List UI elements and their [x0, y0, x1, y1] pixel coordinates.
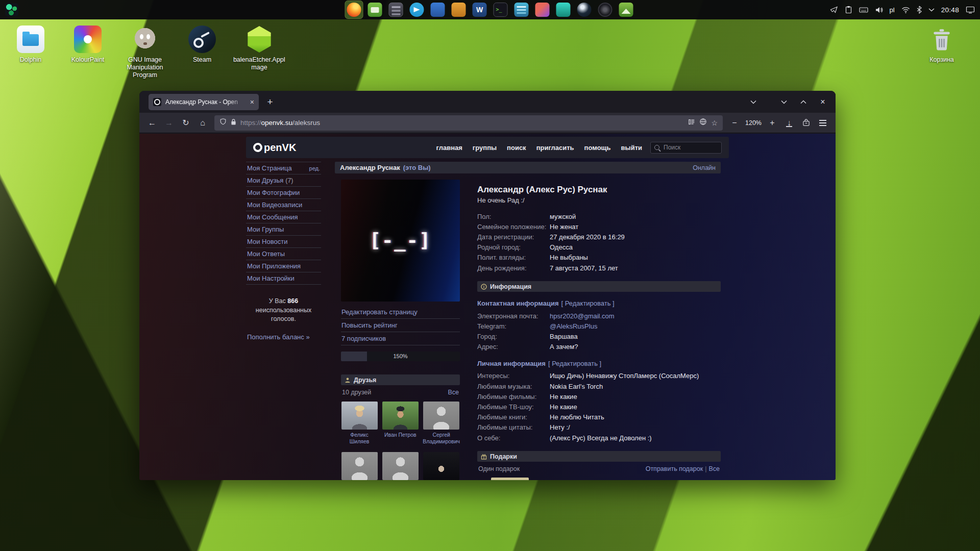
friend-card[interactable]: Иван Петров	[382, 402, 419, 445]
friend-name[interactable]: Иван Петров	[384, 432, 416, 438]
new-tab-button[interactable]: +	[263, 95, 277, 109]
gift-image[interactable]	[491, 478, 529, 480]
launcher[interactable]	[366, 1, 384, 18]
reader-mode-icon[interactable]	[688, 118, 695, 128]
sidebar-item[interactable]: Мои Ответы	[246, 248, 321, 260]
clipboard-icon[interactable]	[845, 6, 852, 14]
launcher[interactable]	[471, 1, 488, 18]
network-icon[interactable]	[901, 7, 910, 13]
maximize-icon[interactable]	[799, 97, 808, 107]
friend-card[interactable]	[341, 452, 378, 480]
launcher[interactable]	[534, 1, 551, 18]
bluetooth-icon[interactable]	[917, 6, 922, 14]
lock-icon[interactable]	[231, 118, 236, 128]
friends-all-link[interactable]: Все	[448, 389, 459, 396]
friend-card[interactable]: Сергей Владимирович	[423, 402, 460, 445]
launcher[interactable]	[513, 1, 530, 18]
desktop-icon[interactable]: Dolphin	[2, 26, 59, 79]
friend-avatar[interactable]	[423, 452, 459, 480]
launcher[interactable]	[408, 1, 426, 18]
volume-icon[interactable]	[875, 6, 883, 14]
launcher[interactable]	[346, 1, 363, 18]
send-gift-link[interactable]: Отправить подарок	[646, 465, 703, 472]
launcher[interactable]	[450, 1, 468, 18]
clock[interactable]: 20:48	[941, 6, 959, 14]
openvk-logo[interactable]: penVK	[253, 142, 296, 154]
tab-list-icon[interactable]	[747, 95, 760, 109]
its-you-link[interactable]: (это Вы)	[403, 164, 431, 171]
field-value[interactable]: @AleksRusPlus	[550, 322, 597, 330]
profile-action-link[interactable]: Редактировать страницу	[341, 306, 460, 319]
friend-card[interactable]	[382, 452, 419, 480]
search-input[interactable]	[663, 143, 718, 152]
desktop-icon[interactable]: balenaEtcher.AppImage	[231, 26, 288, 79]
nav-link[interactable]: группы	[473, 144, 497, 152]
trash-icon[interactable]: Корзина	[913, 26, 970, 64]
friend-card[interactable]	[423, 452, 460, 480]
minimize-icon[interactable]	[779, 97, 789, 107]
sidebar-item[interactable]: Мои Друзья (7)	[246, 174, 321, 187]
browser-tab[interactable]: Александр Руснак - Open ×	[149, 94, 259, 110]
friend-avatar[interactable]	[341, 452, 378, 480]
launcher[interactable]	[387, 1, 405, 18]
translate-icon[interactable]	[699, 118, 707, 128]
desktop-icon[interactable]: Steam	[174, 26, 231, 79]
telegram-tray-icon[interactable]	[830, 6, 838, 14]
nav-link[interactable]: помощь	[584, 144, 611, 152]
friend-avatar[interactable]	[382, 452, 419, 480]
sidebar-item-edit-link[interactable]: ред.	[309, 165, 320, 171]
search-box[interactable]	[650, 142, 722, 154]
friend-avatar[interactable]	[382, 402, 419, 430]
sidebar-item[interactable]: Мои Видеозаписи	[246, 199, 321, 211]
launcher[interactable]	[555, 1, 572, 18]
profile-action-link[interactable]: Повысить рейтинг	[341, 319, 460, 332]
topup-balance-link[interactable]: Пополнить баланс »	[246, 333, 321, 341]
friend-name[interactable]: Феликс Шиляев	[341, 432, 378, 445]
launcher[interactable]	[576, 1, 593, 18]
sidebar-item[interactable]: Мои Сообщения	[246, 211, 321, 223]
titlebar[interactable]: Александр Руснак - Open × + ×	[139, 91, 836, 113]
launcher[interactable]	[618, 1, 635, 18]
nav-link[interactable]: пригласить	[536, 144, 574, 152]
sidebar-item[interactable]: Мои Приложения	[246, 260, 321, 272]
keyboard-layout[interactable]: pl	[890, 6, 895, 14]
sidebar-item[interactable]: Мои Фотографии	[246, 187, 321, 199]
profile-action-link[interactable]: 7 подписчиков	[341, 332, 460, 345]
tracking-shield-icon[interactable]	[219, 118, 227, 128]
friend-card[interactable]: Феликс Шиляев	[341, 402, 378, 445]
launcher[interactable]	[597, 1, 614, 18]
friend-avatar[interactable]	[423, 402, 459, 430]
zoom-level[interactable]: 120%	[744, 119, 763, 127]
url-text[interactable]: https://openvk.su/aleksrus	[240, 119, 684, 127]
extensions-icon[interactable]	[798, 115, 814, 131]
app-launcher-icon[interactable]	[5, 3, 18, 16]
download-icon[interactable]: ↓	[781, 115, 797, 131]
launcher[interactable]	[492, 1, 509, 18]
nav-link[interactable]: выйти	[621, 144, 642, 152]
show-desktop-icon[interactable]	[966, 6, 975, 14]
sidebar-item[interactable]: Мои Новости	[246, 236, 321, 248]
nav-link[interactable]: поиск	[507, 144, 526, 152]
tab-close-icon[interactable]: ×	[250, 98, 254, 106]
back-icon[interactable]: ←	[144, 115, 160, 131]
desktop-icon[interactable]: GNU Image Manipulation Program	[116, 26, 174, 79]
reload-icon[interactable]: ↻	[178, 115, 193, 131]
forward-icon[interactable]: →	[161, 115, 177, 131]
personal-edit-link[interactable]: [ Редактировать ]	[548, 360, 601, 367]
url-bar[interactable]: https://openvk.su/aleksrus ☆	[214, 115, 723, 131]
close-icon[interactable]: ×	[818, 97, 827, 107]
friend-name[interactable]: Сергей Владимирович	[423, 432, 460, 445]
menu-icon[interactable]	[815, 115, 830, 131]
sidebar-item[interactable]: Мои Настройки	[246, 272, 321, 285]
field-value[interactable]: hpsr2020@gmail.com	[550, 312, 615, 320]
home-icon[interactable]: ⌂	[195, 115, 210, 131]
bookmark-star-icon[interactable]: ☆	[711, 119, 718, 127]
sidebar-item[interactable]: Моя Страница ред.	[246, 162, 321, 174]
zoom-out-icon[interactable]: −	[727, 115, 742, 131]
friend-avatar[interactable]	[341, 402, 378, 430]
desktop-icon[interactable]: KolourPaint	[59, 26, 116, 79]
zoom-in-icon[interactable]: +	[765, 115, 780, 131]
nav-link[interactable]: главная	[436, 144, 462, 152]
gifts-all-link[interactable]: Все	[708, 465, 720, 472]
profile-avatar[interactable]: [-_-]	[341, 180, 460, 302]
